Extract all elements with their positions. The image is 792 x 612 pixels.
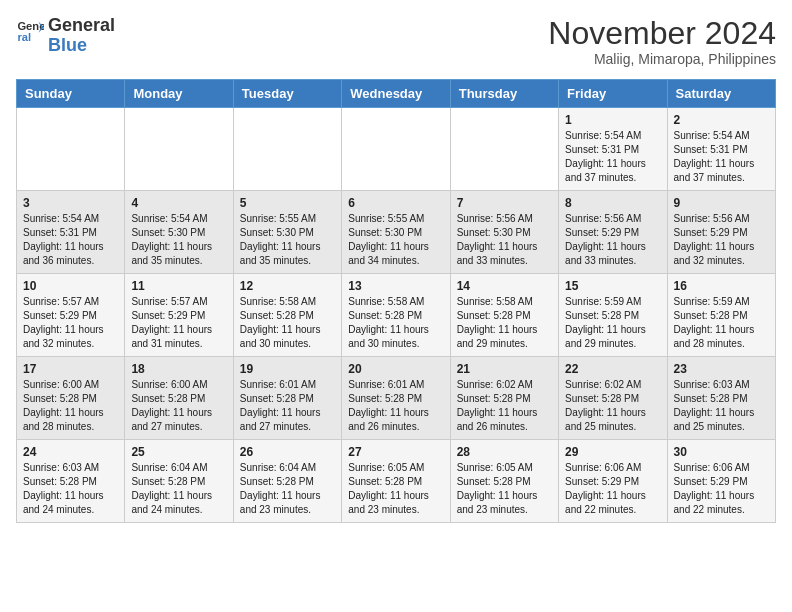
day-info: Sunrise: 6:00 AM Sunset: 5:28 PM Dayligh… <box>131 378 226 434</box>
logo-blue-text: Blue <box>48 36 115 56</box>
calendar-cell: 21Sunrise: 6:02 AM Sunset: 5:28 PM Dayli… <box>450 357 558 440</box>
calendar-cell: 25Sunrise: 6:04 AM Sunset: 5:28 PM Dayli… <box>125 440 233 523</box>
calendar-cell: 16Sunrise: 5:59 AM Sunset: 5:28 PM Dayli… <box>667 274 775 357</box>
calendar-cell: 3Sunrise: 5:54 AM Sunset: 5:31 PM Daylig… <box>17 191 125 274</box>
day-info: Sunrise: 5:55 AM Sunset: 5:30 PM Dayligh… <box>240 212 335 268</box>
location-subtitle: Maliig, Mimaropa, Philippines <box>548 51 776 67</box>
calendar-cell: 13Sunrise: 5:58 AM Sunset: 5:28 PM Dayli… <box>342 274 450 357</box>
day-info: Sunrise: 6:04 AM Sunset: 5:28 PM Dayligh… <box>131 461 226 517</box>
page-header: Gene ral General Blue November 2024 Mali… <box>16 16 776 67</box>
week-row-2: 3Sunrise: 5:54 AM Sunset: 5:31 PM Daylig… <box>17 191 776 274</box>
logo-general-text: General <box>48 16 115 36</box>
calendar-cell: 5Sunrise: 5:55 AM Sunset: 5:30 PM Daylig… <box>233 191 341 274</box>
calendar-cell <box>233 108 341 191</box>
day-info: Sunrise: 5:54 AM Sunset: 5:30 PM Dayligh… <box>131 212 226 268</box>
calendar-cell: 2Sunrise: 5:54 AM Sunset: 5:31 PM Daylig… <box>667 108 775 191</box>
day-info: Sunrise: 6:00 AM Sunset: 5:28 PM Dayligh… <box>23 378 118 434</box>
calendar-cell: 19Sunrise: 6:01 AM Sunset: 5:28 PM Dayli… <box>233 357 341 440</box>
day-info: Sunrise: 6:05 AM Sunset: 5:28 PM Dayligh… <box>457 461 552 517</box>
day-header-wednesday: Wednesday <box>342 80 450 108</box>
calendar-cell: 23Sunrise: 6:03 AM Sunset: 5:28 PM Dayli… <box>667 357 775 440</box>
day-number: 26 <box>240 445 335 459</box>
day-number: 23 <box>674 362 769 376</box>
day-info: Sunrise: 5:54 AM Sunset: 5:31 PM Dayligh… <box>674 129 769 185</box>
day-number: 18 <box>131 362 226 376</box>
calendar-cell: 6Sunrise: 5:55 AM Sunset: 5:30 PM Daylig… <box>342 191 450 274</box>
calendar-cell: 15Sunrise: 5:59 AM Sunset: 5:28 PM Dayli… <box>559 274 667 357</box>
day-info: Sunrise: 5:56 AM Sunset: 5:30 PM Dayligh… <box>457 212 552 268</box>
day-number: 25 <box>131 445 226 459</box>
day-info: Sunrise: 6:05 AM Sunset: 5:28 PM Dayligh… <box>348 461 443 517</box>
day-number: 24 <box>23 445 118 459</box>
day-header-saturday: Saturday <box>667 80 775 108</box>
calendar-cell: 24Sunrise: 6:03 AM Sunset: 5:28 PM Dayli… <box>17 440 125 523</box>
day-number: 4 <box>131 196 226 210</box>
day-info: Sunrise: 5:56 AM Sunset: 5:29 PM Dayligh… <box>674 212 769 268</box>
day-info: Sunrise: 5:55 AM Sunset: 5:30 PM Dayligh… <box>348 212 443 268</box>
calendar-cell: 27Sunrise: 6:05 AM Sunset: 5:28 PM Dayli… <box>342 440 450 523</box>
day-info: Sunrise: 5:59 AM Sunset: 5:28 PM Dayligh… <box>565 295 660 351</box>
day-info: Sunrise: 6:02 AM Sunset: 5:28 PM Dayligh… <box>457 378 552 434</box>
day-info: Sunrise: 6:01 AM Sunset: 5:28 PM Dayligh… <box>348 378 443 434</box>
day-number: 28 <box>457 445 552 459</box>
calendar-cell: 4Sunrise: 5:54 AM Sunset: 5:30 PM Daylig… <box>125 191 233 274</box>
calendar-body: 1Sunrise: 5:54 AM Sunset: 5:31 PM Daylig… <box>17 108 776 523</box>
calendar-cell: 10Sunrise: 5:57 AM Sunset: 5:29 PM Dayli… <box>17 274 125 357</box>
calendar-header: SundayMondayTuesdayWednesdayThursdayFrid… <box>17 80 776 108</box>
day-number: 29 <box>565 445 660 459</box>
calendar-cell: 20Sunrise: 6:01 AM Sunset: 5:28 PM Dayli… <box>342 357 450 440</box>
day-header-sunday: Sunday <box>17 80 125 108</box>
day-info: Sunrise: 5:58 AM Sunset: 5:28 PM Dayligh… <box>240 295 335 351</box>
calendar-cell: 26Sunrise: 6:04 AM Sunset: 5:28 PM Dayli… <box>233 440 341 523</box>
day-number: 5 <box>240 196 335 210</box>
day-info: Sunrise: 5:56 AM Sunset: 5:29 PM Dayligh… <box>565 212 660 268</box>
calendar-cell: 22Sunrise: 6:02 AM Sunset: 5:28 PM Dayli… <box>559 357 667 440</box>
day-number: 2 <box>674 113 769 127</box>
calendar-cell: 30Sunrise: 6:06 AM Sunset: 5:29 PM Dayli… <box>667 440 775 523</box>
day-number: 21 <box>457 362 552 376</box>
logo-icon: Gene ral <box>16 16 44 44</box>
day-header-friday: Friday <box>559 80 667 108</box>
day-number: 11 <box>131 279 226 293</box>
day-info: Sunrise: 6:04 AM Sunset: 5:28 PM Dayligh… <box>240 461 335 517</box>
day-info: Sunrise: 5:58 AM Sunset: 5:28 PM Dayligh… <box>457 295 552 351</box>
day-number: 8 <box>565 196 660 210</box>
day-header-monday: Monday <box>125 80 233 108</box>
calendar-cell: 9Sunrise: 5:56 AM Sunset: 5:29 PM Daylig… <box>667 191 775 274</box>
day-number: 14 <box>457 279 552 293</box>
day-info: Sunrise: 5:59 AM Sunset: 5:28 PM Dayligh… <box>674 295 769 351</box>
calendar-cell: 18Sunrise: 6:00 AM Sunset: 5:28 PM Dayli… <box>125 357 233 440</box>
calendar-cell: 11Sunrise: 5:57 AM Sunset: 5:29 PM Dayli… <box>125 274 233 357</box>
day-number: 9 <box>674 196 769 210</box>
week-row-5: 24Sunrise: 6:03 AM Sunset: 5:28 PM Dayli… <box>17 440 776 523</box>
day-info: Sunrise: 5:57 AM Sunset: 5:29 PM Dayligh… <box>23 295 118 351</box>
day-number: 27 <box>348 445 443 459</box>
day-info: Sunrise: 6:01 AM Sunset: 5:28 PM Dayligh… <box>240 378 335 434</box>
calendar-cell <box>17 108 125 191</box>
day-number: 17 <box>23 362 118 376</box>
day-info: Sunrise: 5:57 AM Sunset: 5:29 PM Dayligh… <box>131 295 226 351</box>
week-row-3: 10Sunrise: 5:57 AM Sunset: 5:29 PM Dayli… <box>17 274 776 357</box>
month-year-title: November 2024 <box>548 16 776 51</box>
day-info: Sunrise: 5:54 AM Sunset: 5:31 PM Dayligh… <box>565 129 660 185</box>
logo: Gene ral General Blue <box>16 16 115 56</box>
day-header-tuesday: Tuesday <box>233 80 341 108</box>
day-number: 10 <box>23 279 118 293</box>
calendar-cell: 28Sunrise: 6:05 AM Sunset: 5:28 PM Dayli… <box>450 440 558 523</box>
calendar-cell: 14Sunrise: 5:58 AM Sunset: 5:28 PM Dayli… <box>450 274 558 357</box>
svg-text:ral: ral <box>17 31 31 43</box>
day-info: Sunrise: 6:02 AM Sunset: 5:28 PM Dayligh… <box>565 378 660 434</box>
day-number: 19 <box>240 362 335 376</box>
day-info: Sunrise: 6:03 AM Sunset: 5:28 PM Dayligh… <box>23 461 118 517</box>
day-number: 3 <box>23 196 118 210</box>
day-info: Sunrise: 6:06 AM Sunset: 5:29 PM Dayligh… <box>674 461 769 517</box>
day-info: Sunrise: 5:54 AM Sunset: 5:31 PM Dayligh… <box>23 212 118 268</box>
day-number: 22 <box>565 362 660 376</box>
calendar-table: SundayMondayTuesdayWednesdayThursdayFrid… <box>16 79 776 523</box>
calendar-cell: 8Sunrise: 5:56 AM Sunset: 5:29 PM Daylig… <box>559 191 667 274</box>
calendar-cell <box>342 108 450 191</box>
calendar-cell: 29Sunrise: 6:06 AM Sunset: 5:29 PM Dayli… <box>559 440 667 523</box>
calendar-cell: 17Sunrise: 6:00 AM Sunset: 5:28 PM Dayli… <box>17 357 125 440</box>
day-info: Sunrise: 6:03 AM Sunset: 5:28 PM Dayligh… <box>674 378 769 434</box>
day-info: Sunrise: 6:06 AM Sunset: 5:29 PM Dayligh… <box>565 461 660 517</box>
